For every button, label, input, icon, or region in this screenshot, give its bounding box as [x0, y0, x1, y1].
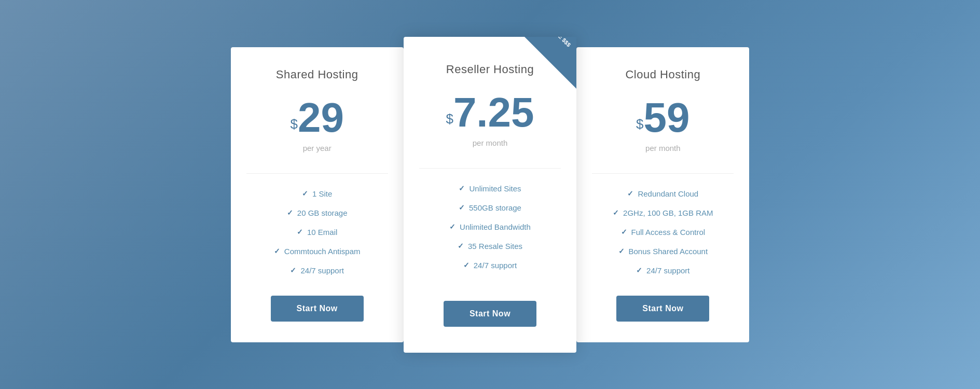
- pricing-card-cloud: Cloud Hosting $59 per month ✓ Redundant …: [576, 47, 749, 342]
- price-period: per month: [645, 144, 681, 152]
- check-icon: ✓: [458, 242, 464, 250]
- check-icon: ✓: [287, 209, 293, 217]
- feature-item: ✓ Full Access & Control: [592, 223, 734, 242]
- start-now-button[interactable]: Start Now: [271, 296, 364, 322]
- feature-text: 1 Site: [312, 189, 332, 198]
- feature-text: Redundant Cloud: [638, 189, 698, 198]
- feature-text: 24/7 support: [646, 266, 689, 275]
- features-list: ✓ Redundant Cloud ✓ 2GHz, 100 GB, 1GB RA…: [592, 184, 734, 280]
- check-icon: ✓: [613, 209, 619, 217]
- pricing-card-shared: Shared Hosting $29 per year ✓ 1 Site ✓ 2…: [231, 47, 404, 342]
- check-icon: ✓: [459, 203, 465, 212]
- pricing-card-reseller: MAKE $$$ Reseller Hosting $7.25 per mont…: [404, 37, 576, 353]
- price-block: $59: [636, 97, 689, 138]
- price-period: per year: [303, 144, 332, 152]
- ribbon-corner: MAKE $$$: [524, 37, 576, 89]
- price-block: $29: [290, 97, 343, 138]
- feature-text: Bonus Shared Account: [629, 247, 708, 256]
- pricing-container: Shared Hosting $29 per year ✓ 1 Site ✓ 2…: [231, 47, 750, 342]
- start-now-button[interactable]: Start Now: [444, 301, 536, 327]
- price-amount: 29: [298, 94, 344, 141]
- check-icon: ✓: [274, 247, 280, 255]
- check-icon: ✓: [302, 189, 308, 198]
- feature-text: 2GHz, 100 GB, 1GB RAM: [623, 209, 713, 217]
- divider: [246, 173, 388, 174]
- check-icon: ✓: [463, 261, 470, 269]
- feature-text: 10 Email: [307, 228, 337, 237]
- feature-item: ✓ 24/7 support: [419, 256, 561, 275]
- price-amount: 59: [644, 94, 690, 141]
- feature-item: ✓ 1 Site: [246, 184, 388, 203]
- price-currency: $: [290, 116, 297, 131]
- start-now-button[interactable]: Start Now: [616, 296, 709, 322]
- price-currency: $: [636, 116, 643, 131]
- plan-title: Reseller Hosting: [446, 63, 534, 76]
- feature-item: ✓ 550GB storage: [419, 198, 561, 217]
- features-list: ✓ Unlimited Sites ✓ 550GB storage ✓ Unli…: [419, 179, 561, 275]
- feature-item: ✓ Commtouch Antispam: [246, 242, 388, 261]
- feature-item: ✓ 2GHz, 100 GB, 1GB RAM: [592, 203, 734, 223]
- feature-text: 550GB storage: [469, 203, 521, 212]
- check-icon: ✓: [621, 228, 627, 236]
- price-block: $7.25: [446, 92, 534, 133]
- feature-text: 24/7 support: [474, 261, 517, 270]
- feature-item: ✓ Bonus Shared Account: [592, 242, 734, 261]
- feature-text: 35 Resale Sites: [468, 242, 522, 251]
- check-icon: ✓: [618, 247, 625, 255]
- feature-text: Commtouch Antispam: [284, 247, 361, 256]
- feature-item: ✓ 24/7 support: [592, 261, 734, 280]
- feature-text: 20 GB storage: [297, 209, 348, 217]
- check-icon: ✓: [449, 223, 456, 231]
- feature-item: ✓ 10 Email: [246, 223, 388, 242]
- check-icon: ✓: [290, 266, 296, 274]
- price-period: per month: [473, 138, 508, 147]
- plan-title: Cloud Hosting: [625, 68, 700, 81]
- feature-item: ✓ 20 GB storage: [246, 203, 388, 223]
- feature-item: ✓ 24/7 support: [246, 261, 388, 280]
- feature-text: 24/7 support: [300, 266, 343, 275]
- check-icon: ✓: [297, 228, 303, 236]
- feature-text: Full Access & Control: [631, 228, 706, 237]
- check-icon: ✓: [636, 266, 642, 274]
- features-list: ✓ 1 Site ✓ 20 GB storage ✓ 10 Email ✓ Co…: [246, 184, 388, 280]
- feature-item: ✓ Redundant Cloud: [592, 184, 734, 203]
- divider: [592, 173, 734, 174]
- divider: [419, 168, 561, 169]
- check-icon: ✓: [459, 184, 465, 192]
- feature-item: ✓ Unlimited Sites: [419, 179, 561, 198]
- feature-item: ✓ Unlimited Bandwidth: [419, 217, 561, 237]
- feature-item: ✓ 35 Resale Sites: [419, 237, 561, 256]
- check-icon: ✓: [627, 189, 633, 198]
- feature-text: Unlimited Bandwidth: [460, 223, 531, 231]
- price-amount: 7.25: [453, 89, 534, 135]
- feature-text: Unlimited Sites: [469, 184, 521, 193]
- price-currency: $: [446, 110, 453, 126]
- ribbon-text: MAKE $$$: [545, 37, 576, 51]
- plan-title: Shared Hosting: [276, 68, 358, 81]
